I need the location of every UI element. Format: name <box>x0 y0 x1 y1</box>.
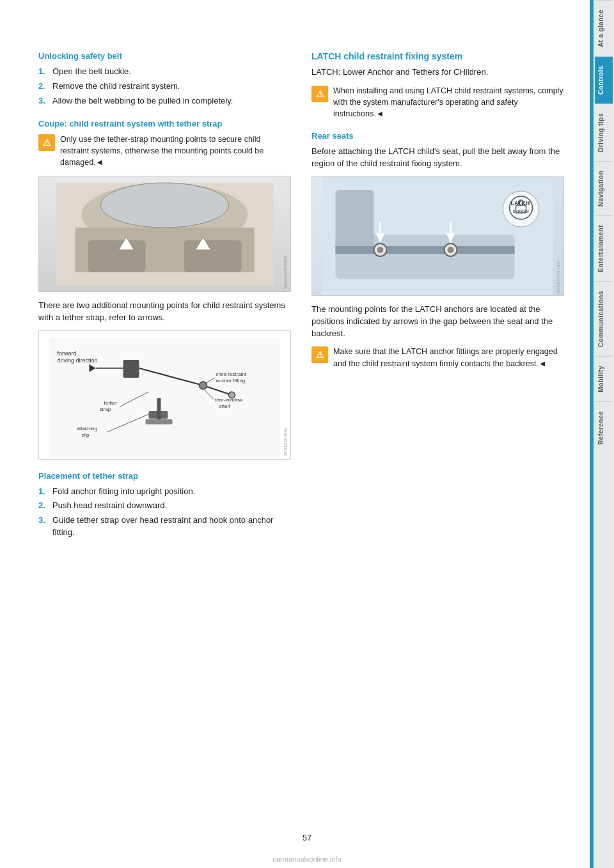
svg-text:rear-window: rear-window <box>215 397 243 403</box>
latch-intro: LATCH: Lower Anchor and Tethers for CHil… <box>311 66 564 79</box>
svg-point-40 <box>448 247 454 253</box>
list-num: 2. <box>38 81 49 93</box>
tether-diagram-container: forward driving direction child restrain… <box>38 330 291 460</box>
latch-section-heading: LATCH child restraint fixing system <box>311 51 564 61</box>
diagram-caption: There are two additional mounting points… <box>38 300 291 324</box>
list-num: 3. <box>38 95 49 107</box>
placement-steps-list: 1. Fold anchor fitting into upright posi… <box>38 486 291 539</box>
svg-rect-32 <box>146 419 173 424</box>
sidebar-tab-mobility[interactable]: Mobility <box>595 356 613 401</box>
sidebar-tab-communications[interactable]: Communications <box>595 281 613 356</box>
list-num: 2. <box>38 500 49 512</box>
car-interior-diagram-container: W3GLERDcG3A <box>38 176 291 292</box>
list-num: 1. <box>38 486 49 498</box>
list-text: Remove the child restraint system. <box>52 81 180 93</box>
latch-anchor-warning-box: ⚠ Make sure that the LATCH anchor fittin… <box>311 346 564 369</box>
latch-warning-box: ⚠ When installing and using LATCH child … <box>311 85 564 120</box>
warning-icon: ⚠ <box>38 134 55 151</box>
list-item: 3. Guide tether strap over head restrain… <box>38 515 291 539</box>
sidebar-tab-navigation[interactable]: Navigation <box>595 161 613 215</box>
sidebar-tab-entertainment[interactable]: Entertainment <box>595 215 613 281</box>
svg-rect-36 <box>336 246 515 254</box>
placement-heading: Placement of tether strap <box>38 471 291 481</box>
sidebar-tab-driving-tips[interactable]: Driving tips <box>595 104 613 161</box>
list-item: 1. Open the belt buckle. <box>38 66 291 78</box>
latch-warning-text: When installing and using LATCH child re… <box>333 85 564 120</box>
coupe-warning-text: Only use the tether-strap mounting point… <box>60 134 291 168</box>
list-item: 1. Fold anchor fitting into upright posi… <box>38 486 291 498</box>
rear-seats-heading: Rear seats <box>311 131 564 141</box>
coupe-section-heading: Coupe: child restraint system with tethe… <box>38 119 291 128</box>
rear-seats-text: Before attaching the LATCH child's seat,… <box>311 146 564 170</box>
svg-text:child restraint: child restraint <box>216 371 247 377</box>
svg-text:shelf: shelf <box>219 403 231 409</box>
svg-rect-35 <box>336 190 374 254</box>
page-number: 57 <box>303 833 311 842</box>
svg-point-5 <box>101 183 229 228</box>
sidebar-tab-at-a-glance[interactable]: At a glance <box>595 0 613 56</box>
list-text: Open the belt buckle. <box>52 66 131 78</box>
list-num: 3. <box>38 515 49 539</box>
svg-point-16 <box>200 382 207 389</box>
svg-rect-3 <box>88 240 146 272</box>
unlocking-steps-list: 1. Open the belt buckle. 2. Remove the c… <box>38 66 291 107</box>
svg-text:tether: tether <box>104 400 118 406</box>
latch-diagram-container: LATCH symbol W8CLE1B9G06 <box>311 176 564 296</box>
page-watermark: carmanualsonline.info <box>272 855 341 863</box>
car-interior-svg <box>39 176 290 291</box>
svg-point-38 <box>377 247 384 253</box>
latch-svg: LATCH symbol <box>312 177 563 295</box>
svg-text:clip: clip <box>82 432 90 438</box>
latch-diagram: LATCH symbol W8CLE1B9G06 <box>312 177 563 295</box>
list-item: 3. Allow the belt webbing to be pulled i… <box>38 95 291 107</box>
svg-rect-4 <box>184 240 242 272</box>
svg-rect-8 <box>50 337 280 459</box>
svg-text:attaching: attaching <box>77 426 97 431</box>
svg-rect-31 <box>157 398 161 421</box>
svg-text:driving direction: driving direction <box>58 357 98 364</box>
list-num: 1. <box>38 66 49 78</box>
list-item: 2. Remove the child restraint system. <box>38 81 291 93</box>
sidebar: At a glance Controls Driving tips Naviga… <box>594 0 614 868</box>
coupe-warning-box: ⚠ Only use the tether-strap mounting poi… <box>38 134 291 168</box>
svg-text:anchor fitting: anchor fitting <box>216 378 246 384</box>
unlocking-safety-belt-heading: Unlocking safety belt <box>38 51 291 61</box>
list-text: Guide tether strap over head restraint a… <box>52 515 291 539</box>
list-text: Push head restraint downward. <box>52 500 167 512</box>
svg-rect-13 <box>123 360 139 378</box>
latch-warning-icon: ⚠ <box>311 86 328 102</box>
car-interior-diagram: W3GLERDcG3A <box>39 176 290 291</box>
latch-anchor-warning-icon: ⚠ <box>311 346 328 363</box>
tether-diagram: forward driving direction child restrain… <box>39 331 290 459</box>
tether-watermark: W904624S0A <box>283 428 288 456</box>
diagram-watermark: W3GLERDcG3A <box>283 256 288 289</box>
tether-svg: forward driving direction child restrain… <box>45 337 284 459</box>
latch-anchor-warning-text: Make sure that the LATCH anchor fittings… <box>333 346 564 369</box>
list-text: Fold anchor fitting into upright positio… <box>52 486 195 498</box>
svg-text:strap: strap <box>100 407 111 412</box>
svg-text:forward: forward <box>58 350 77 357</box>
list-text: Allow the belt webbing to be pulled in c… <box>52 95 233 107</box>
latch-diagram-watermark: W8CLE1B9G06 <box>556 261 561 293</box>
list-item: 2. Push head restraint downward. <box>38 500 291 512</box>
sidebar-tab-reference[interactable]: Reference <box>595 401 613 454</box>
sidebar-tab-controls[interactable]: Controls <box>595 56 613 104</box>
latch-anchor-text: The mounting points for the LATCH anchor… <box>311 304 564 340</box>
